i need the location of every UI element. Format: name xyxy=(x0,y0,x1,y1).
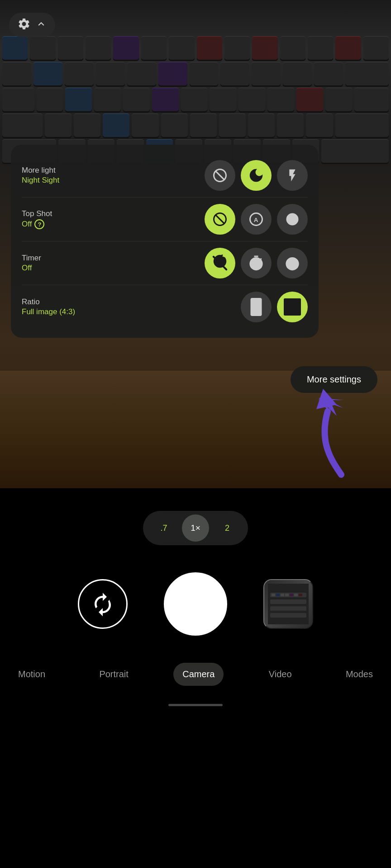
top-shot-off-btn[interactable] xyxy=(205,204,235,235)
svg-rect-25 xyxy=(290,594,293,596)
bottom-area: .7 1× 2 xyxy=(0,488,391,868)
timer-10-btn[interactable]: 10 xyxy=(277,248,308,278)
zoom-2x-btn[interactable]: 2 xyxy=(214,514,241,542)
mode-tab-camera[interactable]: Camera xyxy=(173,663,224,686)
zoom-07-btn[interactable]: .7 xyxy=(150,514,177,542)
top-shot-label: Top Shot xyxy=(22,209,52,218)
chevron-up-icon[interactable] xyxy=(35,18,47,32)
last-photo-thumbnail[interactable] xyxy=(263,579,313,629)
top-shot-value: Off xyxy=(22,220,32,229)
settings-panel: More light Night Sight A xyxy=(11,145,319,338)
svg-text:A: A xyxy=(254,217,258,223)
svg-rect-21 xyxy=(272,594,275,596)
svg-rect-26 xyxy=(294,594,298,596)
timer-off-btn[interactable] xyxy=(205,248,235,278)
top-toolbar xyxy=(9,13,55,37)
thumbnail-preview xyxy=(264,580,312,628)
ratio-portrait-btn[interactable] xyxy=(241,292,272,322)
settings-pill[interactable] xyxy=(9,13,55,37)
svg-rect-18 xyxy=(270,599,306,604)
top-shot-auto-btn[interactable]: A xyxy=(241,204,272,235)
svg-point-4 xyxy=(290,217,295,222)
arrow-annotation xyxy=(278,380,332,452)
svg-rect-19 xyxy=(270,606,306,611)
zoom-selector: .7 1× 2 xyxy=(143,511,248,545)
ratio-square-btn[interactable] xyxy=(277,292,308,322)
night-sight-value: Night Sight xyxy=(22,176,59,185)
mode-tabs: Motion Portrait Camera Video Modes xyxy=(0,663,391,686)
night-sight-auto-btn[interactable]: A xyxy=(241,160,272,191)
svg-text:A: A xyxy=(257,176,261,181)
svg-rect-23 xyxy=(281,594,284,596)
top-shot-options: A xyxy=(205,204,308,235)
gear-icon[interactable] xyxy=(17,17,31,33)
night-sight-row: More light Night Sight A xyxy=(22,154,308,198)
svg-rect-20 xyxy=(270,613,306,618)
flash-btn[interactable] xyxy=(277,160,308,191)
mode-tab-modes[interactable]: Modes xyxy=(337,663,382,686)
svg-text:3: 3 xyxy=(254,261,258,268)
more-light-label: More light xyxy=(22,166,59,175)
svg-text:10: 10 xyxy=(289,262,296,268)
top-shot-help-icon[interactable]: ? xyxy=(34,219,44,229)
top-shot-row: Top Shot Off ? A xyxy=(22,198,308,241)
svg-rect-24 xyxy=(285,594,289,596)
camera-view: More light Night Sight A xyxy=(0,0,391,868)
mode-tab-motion[interactable]: Motion xyxy=(9,663,54,686)
timer-label-group: Timer Off xyxy=(22,254,41,273)
timer-label: Timer xyxy=(22,254,41,263)
mode-tab-portrait[interactable]: Portrait xyxy=(90,663,137,686)
mode-tab-video[interactable]: Video xyxy=(260,663,301,686)
ratio-label-group: Ratio Full image (4:3) xyxy=(22,297,75,316)
ratio-label: Ratio xyxy=(22,297,75,307)
night-sight-off-btn[interactable] xyxy=(205,160,235,191)
night-sight-label-group: More light Night Sight xyxy=(22,166,59,185)
timer-options: 3 10 xyxy=(205,248,308,278)
timer-row: Timer Off 3 xyxy=(22,241,308,285)
svg-marker-15 xyxy=(316,389,337,409)
shutter-button[interactable] xyxy=(164,572,227,636)
flip-camera-button[interactable] xyxy=(78,579,128,629)
zoom-1x-btn[interactable]: 1× xyxy=(182,514,209,542)
svg-rect-10 xyxy=(251,298,262,316)
top-shot-label-group: Top Shot Off ? xyxy=(22,209,52,229)
night-sight-options: A xyxy=(205,160,308,191)
ratio-options xyxy=(241,292,308,322)
svg-rect-11 xyxy=(284,299,300,315)
ratio-value: Full image (4:3) xyxy=(22,307,75,316)
svg-rect-27 xyxy=(299,594,302,596)
top-shot-value-group: Off ? xyxy=(22,219,52,229)
bottom-handle xyxy=(168,704,223,706)
timer-value: Off xyxy=(22,264,41,273)
timer-3-btn[interactable]: 3 xyxy=(241,248,272,278)
top-shot-burst-btn[interactable] xyxy=(277,204,308,235)
svg-rect-22 xyxy=(276,594,280,596)
camera-controls xyxy=(78,572,313,636)
ratio-row: Ratio Full image (4:3) xyxy=(22,285,308,329)
